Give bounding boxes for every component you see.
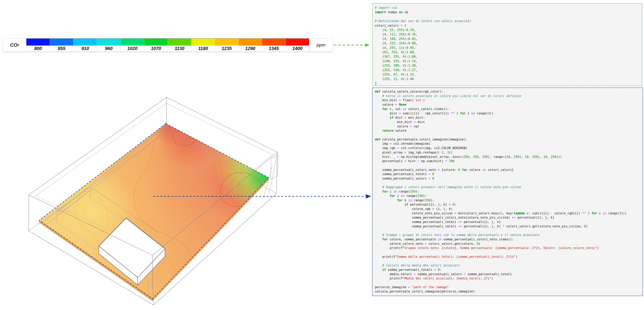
code-line: # Calcolo della media dei valori associa…	[375, 263, 640, 268]
code-line: def calcola_percentuale_colori_immagine(…	[375, 137, 640, 142]
green-arrow-head-icon	[365, 43, 370, 47]
legend-cell-1130: 1130	[168, 38, 192, 52]
code-line: pixel_array = img_rgb.reshape((-1, 3))	[375, 150, 640, 155]
code-line: (4, 23, 255):0.70,	[375, 28, 640, 32]
legend-cell-910: 910	[74, 38, 97, 52]
code-line: somma_percentuali_valori = 0	[375, 176, 640, 181]
legend-value-1130: 1130	[168, 45, 192, 52]
legend-cell-1235: 1235	[215, 38, 238, 52]
legend-swatch-1020	[121, 38, 144, 45]
code-line: calcola_percentuale_colori_immagine(perc…	[375, 289, 640, 294]
room-co2-heatmap-3d	[0, 88, 375, 310]
code-line: for colore, somma_percentuale in somma_p…	[375, 237, 640, 242]
legend-swatch-960	[97, 38, 121, 45]
code-line: if percentuali[i, j, k] > 0:	[375, 203, 640, 207]
gas-label-text: CO	[10, 42, 18, 48]
legend-cell-855: 855	[50, 38, 74, 52]
legend-value-855: 855	[50, 45, 74, 52]
code-line: img_rgb = cv2.cvtColor(img, cv2.COLOR_BG…	[375, 146, 640, 150]
green-dashed-arrow	[333, 42, 372, 48]
legend-cell-1180: 1180	[192, 38, 215, 52]
legend-gas-label: CO2	[3, 38, 26, 52]
code-line: (255, 67, 4):1.33,	[375, 72, 640, 77]
legend-value-1020: 1020	[121, 45, 144, 52]
code-line: somma_percentuali_totali += percentuali[…	[375, 220, 640, 224]
code-line: (255, 200, 4):1.20,	[375, 63, 640, 68]
gas-label-subscript: 2	[18, 43, 19, 47]
unit-text: ppm	[316, 42, 325, 48]
code-line: colori_valori = {	[375, 23, 640, 28]
code-line: # Cerca il valore associato al colore pi…	[375, 94, 640, 98]
legend-cell-960: 960	[97, 38, 121, 52]
code-line: somma_percentuali_colori_noto[colore_not…	[375, 216, 640, 220]
code-line: colore_noto_piu_vicino = min(colori_valo…	[375, 211, 640, 216]
legend-value-1400: 1400	[286, 45, 309, 52]
legend-value-960: 960	[97, 45, 121, 52]
legend-cell-1070: 1070	[144, 38, 168, 52]
code-line: # import cv2	[375, 5, 640, 10]
code-line: print(f"Somma delle percentuali totali: …	[375, 255, 640, 259]
code-line: somma_percentuali_totali = 0	[375, 172, 640, 176]
code-line: for i in range(256):	[375, 189, 640, 194]
code-line: valore_colore_noto = colori_valori.get(c…	[375, 242, 640, 246]
code-line: for k in range(256):	[375, 198, 640, 203]
code-line	[375, 259, 640, 263]
code-line: min_dist = dist	[375, 120, 640, 124]
code-panel-color-definitions: # import cv2import numpy as np # Definiz…	[372, 3, 642, 86]
legend-value-1235: 1235	[215, 45, 238, 52]
code-line	[375, 229, 640, 233]
code-line: valore = val	[375, 124, 640, 129]
code-line	[375, 181, 640, 185]
code-line: # Stampa i gruppi di colori noti con la …	[375, 233, 640, 237]
legend-swatch-1130	[168, 38, 192, 45]
code-line: # Raggruppa i colori presenti nell'immag…	[375, 185, 640, 189]
legend-value-1345: 1345	[262, 45, 286, 52]
code-line: (4, 225, 224):0.89,	[375, 41, 640, 45]
legend-swatch-910	[74, 38, 97, 45]
code-line: import numpy as np	[375, 10, 640, 14]
co2-colorbar-legend: CO2 800855910960102010701130118012351290…	[3, 38, 333, 52]
code-line: (4, 255, 11):0.95,	[375, 46, 640, 50]
code-line: hist, _ = np.histogramdd(pixel_array, bi…	[375, 155, 640, 159]
legend-value-1180: 1180	[192, 45, 215, 52]
code-line	[375, 133, 640, 137]
code-line: for c, val in colori_valori.items():	[375, 107, 640, 111]
code-line: somma_percentuali_valori += percentuali[…	[375, 224, 640, 229]
legend-swatch-800	[26, 38, 50, 45]
code-line: (4, 117, 255):0.76,	[375, 32, 640, 36]
code-body: def calcola_valore_colore(rgb_color): # …	[375, 89, 640, 294]
legend-value-1070: 1070	[144, 45, 168, 52]
legend-cell-1400: 1400	[286, 38, 309, 52]
legend-value-1290: 1290	[238, 45, 262, 52]
page: CO2 800855910960102010701130118012351290…	[0, 0, 644, 310]
code-line	[375, 163, 640, 168]
code-body: # import cv2import numpy as np # Definiz…	[375, 5, 640, 86]
code-line: if somma_percentuali_totali > 0:	[375, 268, 640, 272]
code-line: return valore	[375, 129, 640, 133]
code-line: (61, 255, 4):1.00,	[375, 50, 640, 54]
legend-swatch-1345	[262, 38, 286, 45]
code-line: percorso_immagine = "path of the immage"	[375, 285, 640, 290]
code-line: media_valori = somma_percentuali_valori …	[375, 272, 640, 277]
legend-value-800: 800	[26, 45, 50, 52]
blue-arrow-head-icon	[366, 194, 371, 199]
legend-cell-800: 800	[26, 38, 50, 52]
code-line	[375, 250, 640, 255]
legend-cell-1290: 1290	[238, 38, 262, 52]
code-line: somma_percentuali_colori_noto = {colore:…	[375, 168, 640, 172]
legend-swatch-1070	[144, 38, 168, 45]
code-line	[375, 14, 640, 19]
code-line: (167, 255, 4):1.08,	[375, 54, 640, 59]
legend-cell-1345: 1345	[262, 38, 286, 52]
code-panel-analysis-script: def calcola_valore_colore(rgb_color): # …	[372, 87, 643, 296]
legend-cell-1020: 1020	[121, 38, 144, 52]
code-line: (255, 11, 4):1.40	[375, 77, 640, 81]
legend-swatch-855	[50, 38, 74, 45]
legend-color-scale: 8008559109601020107011301180123512901345…	[26, 38, 309, 52]
code-line: print(f"Media dei valori associati: {med…	[375, 276, 640, 281]
code-line: min_dist = float('inf')	[375, 98, 640, 103]
code-line: dist = sum((c[i] - rgb_color[i]) ** 2 fo…	[375, 111, 640, 116]
legend-value-910: 910	[74, 45, 97, 52]
code-line	[375, 281, 640, 285]
co2-heatmap-slice	[39, 124, 269, 299]
